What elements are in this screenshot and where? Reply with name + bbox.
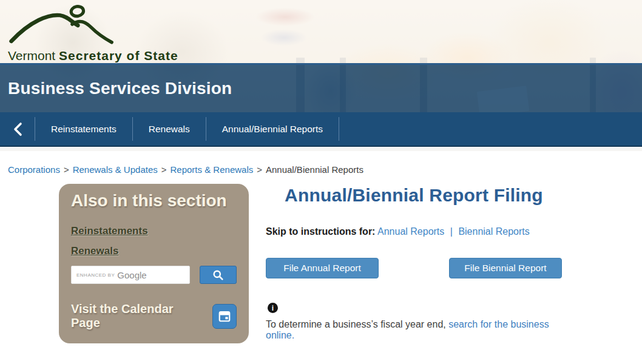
- division-band: Business Services Division: [0, 65, 642, 112]
- search-button[interactable]: [200, 266, 237, 284]
- calendar-row: Visit the Calendar Page: [71, 302, 237, 330]
- chevron-left-icon: [12, 121, 23, 137]
- main-content: Annual/Biennial Report Filing Skip to in…: [266, 184, 562, 341]
- page: Business Services Division Vermont Secre…: [0, 0, 642, 364]
- breadcrumb-separator: >: [257, 164, 262, 175]
- file-annual-report-button[interactable]: File Annual Report: [266, 258, 379, 278]
- magnifier-icon: [212, 269, 224, 281]
- skip-link-annual-reports[interactable]: Annual Reports: [377, 226, 444, 237]
- breadcrumb: Corporations>Renewals & Updates>Reports …: [8, 164, 642, 175]
- nav-separator: [339, 117, 339, 141]
- file-biennial-report-button[interactable]: File Biennial Report: [449, 258, 562, 278]
- site-search-row: ENHANCED BY Google: [71, 266, 237, 284]
- site-search-input[interactable]: ENHANCED BY Google: [71, 266, 190, 284]
- nav-item-reinstatements[interactable]: Reinstatements: [35, 112, 132, 146]
- also-in-this-section-panel: Also in this section Reinstatements Rene…: [59, 184, 249, 343]
- fiscal-year-note: To determine a business’s fiscal year en…: [266, 319, 562, 341]
- breadcrumb-link-reports-renewals[interactable]: Reports & Renewals: [171, 164, 254, 175]
- page-title: Annual/Biennial Report Filing: [266, 185, 562, 206]
- report-buttons-row: File Annual Report File Biennial Report: [266, 258, 562, 278]
- skip-to-instructions-row: Skip to instructions for: Annual Reports…: [266, 226, 562, 237]
- hero-header: Business Services Division Vermont Secre…: [0, 0, 642, 112]
- section-navbar: Reinstatements Renewals Annual/Biennial …: [0, 112, 642, 147]
- nav-back-button[interactable]: [0, 112, 35, 146]
- skip-divider: |: [450, 226, 453, 237]
- sidebar-link-renewals[interactable]: Renewals: [71, 245, 237, 257]
- nav-item-annual-biennial-reports[interactable]: Annual/Biennial Reports: [206, 112, 339, 146]
- logo-wordmark: Vermont Secretary of State: [8, 49, 178, 63]
- logo-brand-bold: Secretary of State: [59, 49, 178, 62]
- vermont-logo-mountain-icon: [8, 4, 121, 45]
- vermont-sos-logo[interactable]: Vermont Secretary of State: [8, 4, 178, 63]
- breadcrumb-separator: >: [64, 164, 69, 175]
- skip-link-biennial-reports[interactable]: Biennial Reports: [458, 226, 529, 237]
- skip-label: Skip to instructions for:: [266, 226, 375, 237]
- google-branding-name: Google: [117, 270, 146, 280]
- sidebar-title: Also in this section: [71, 191, 237, 211]
- sidebar-link-reinstatements[interactable]: Reinstatements: [71, 225, 237, 237]
- google-branding-prefix: ENHANCED BY: [76, 272, 115, 278]
- breadcrumb-current: Annual/Biennial Reports: [266, 164, 363, 175]
- breadcrumb-link-renewals-updates[interactable]: Renewals & Updates: [73, 164, 158, 175]
- note-suffix: .: [292, 330, 294, 340]
- note-prefix: To determine a business’s fiscal year en…: [266, 319, 448, 329]
- content-area: Also in this section Reinstatements Rene…: [0, 184, 642, 343]
- nav-item-renewals[interactable]: Renewals: [133, 112, 206, 146]
- breadcrumb-link-corporations[interactable]: Corporations: [8, 164, 60, 175]
- calendar-page-button[interactable]: [212, 304, 237, 329]
- logo-brand-regular: Vermont: [8, 49, 59, 62]
- calendar-icon: [218, 309, 231, 323]
- info-block: i To determine a business’s fiscal year …: [266, 303, 562, 341]
- calendar-page-label: Visit the Calendar Page: [71, 302, 203, 330]
- info-icon: i: [268, 303, 278, 313]
- breadcrumb-separator: >: [161, 164, 167, 175]
- division-title: Business Services Division: [8, 79, 232, 98]
